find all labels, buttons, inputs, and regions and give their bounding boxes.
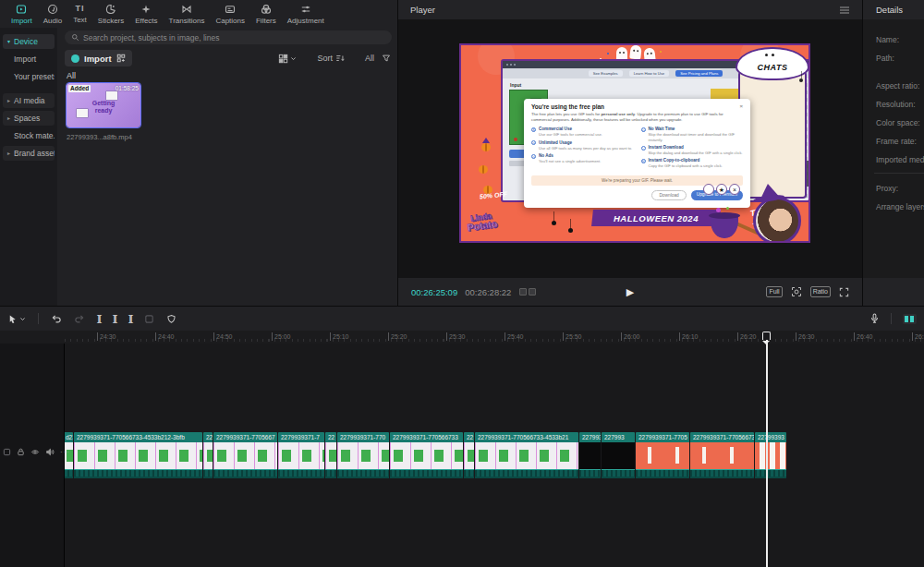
star-decoration (660, 51, 662, 53)
sidebar-item-import[interactable]: Import (3, 52, 55, 66)
tab-audio[interactable]: Audio (38, 0, 67, 28)
top-tabbar: ImportAudioTITextStickersEffectsTransiti… (0, 0, 397, 28)
timeline-clip[interactable]: 22 (203, 432, 213, 478)
feature-icon: $ (531, 127, 536, 132)
timeline-clip[interactable]: 2279939371-770566733-4533b212-3bfb (74, 432, 202, 478)
sidebar-item-spaces[interactable]: ▸Spaces (3, 111, 55, 126)
reaction-icon[interactable] (703, 184, 714, 195)
play-button[interactable]: ▶ (626, 286, 634, 298)
halloween-banner: HALLOWEEN 2024 (591, 210, 721, 226)
split-button[interactable]: ][ (113, 314, 116, 323)
sort-button[interactable]: Sort (317, 54, 345, 63)
shield-button[interactable] (166, 314, 176, 324)
delete-button[interactable] (144, 314, 154, 324)
feature-item: ◷No Wait TimeSkip the download wait time… (641, 127, 744, 142)
clip-audio-waveform (337, 469, 389, 478)
player-controls: 00:26:25:09 00:26:28:22 ▶ Full Ratio (398, 278, 862, 306)
pumpkin-decoration (479, 165, 488, 174)
tab-label: Text (73, 16, 87, 24)
eye-icon[interactable] (30, 448, 40, 456)
ratio-button[interactable]: Ratio (810, 286, 831, 297)
player-panel: Player See ExamplesLearn How to UseSee P… (398, 0, 862, 306)
chevron-down-icon (290, 55, 297, 62)
select-tool-button[interactable] (7, 314, 26, 324)
auto-cut-toggle-icon[interactable] (903, 314, 917, 324)
details-field-label: Arrange layers (876, 202, 924, 211)
grid-view-button[interactable] (278, 54, 297, 64)
track-toggle-icon[interactable] (3, 448, 11, 456)
player-menu-icon[interactable] (839, 6, 850, 15)
split-left-button[interactable]: ][ (97, 314, 101, 323)
lock-icon[interactable] (17, 448, 25, 456)
details-field-label: Color space: (876, 118, 920, 127)
tab-transitions[interactable]: Transitions (164, 0, 211, 28)
clip-thumbnail (203, 442, 213, 469)
timeline-clip[interactable]: 2279939371-770 (337, 432, 389, 478)
media-item-thumbnail[interactable]: Getting ready Added 01:58:25 (67, 83, 140, 127)
timeline-clip[interactable]: 2279939371-7705667 (213, 432, 277, 478)
timeline-clip[interactable]: 2279939371-770566733-4533b21 (475, 432, 578, 478)
clip-audio-waveform (325, 469, 336, 478)
mute-speaker-icon[interactable] (45, 448, 55, 456)
sidebar-item-your-presets[interactable]: Your presets (3, 69, 55, 84)
browser-tab[interactable]: See Pricing and Plans (675, 70, 723, 77)
details-field-label: Imported med (876, 155, 924, 164)
search-input[interactable] (83, 33, 385, 42)
clip-thumbnail (337, 442, 389, 469)
playhead-marker[interactable] (762, 332, 771, 340)
voiceover-mic-button[interactable] (869, 313, 880, 324)
tab-filters[interactable]: Filters (250, 0, 282, 28)
sidebar-item-ai-media[interactable]: ▸AI media (3, 93, 55, 108)
more-options-icon[interactable]: ··· (60, 448, 70, 456)
reaction-icon[interactable]: × (729, 184, 740, 195)
timeline-clip[interactable]: 22 (325, 432, 336, 478)
redo-button[interactable] (74, 313, 85, 324)
zoom-select-icon[interactable] (791, 286, 802, 297)
timeline-clip[interactable]: 2279939371-770566733 (390, 432, 463, 478)
clip-thumbnail (278, 442, 324, 469)
frame-view-icon[interactable] (519, 288, 536, 296)
split-right-button[interactable]: ][ (128, 314, 132, 323)
download-button[interactable]: Download (651, 190, 686, 200)
browser-tab[interactable]: See Examples (589, 70, 623, 77)
timeline-clip[interactable]: 227993 (579, 432, 601, 478)
filter-funnel-icon[interactable] (382, 54, 391, 63)
timeline-clip[interactable]: 2279939371-77056673 (690, 432, 754, 478)
tab-adjustment[interactable]: Adjustment (282, 0, 330, 28)
modal-close-icon[interactable]: × (739, 103, 743, 110)
clip-audio-waveform (74, 469, 202, 478)
search-bar[interactable] (65, 30, 392, 44)
sidebar-item-stock-mate[interactable]: Stock mate... (3, 128, 55, 143)
tab-stickers[interactable]: Stickers (92, 0, 129, 28)
expand-arrow-icon: ▸ (7, 111, 14, 126)
sidebar-item-brand-assets[interactable]: ▸Brand assets (3, 146, 55, 161)
timeline-ruler[interactable]: 24:3024:4024:5025:0025:1025:2025:3025:40… (0, 331, 924, 344)
full-button[interactable]: Full (766, 286, 782, 297)
timeline-clip[interactable]: 2279939371-7 (278, 432, 324, 478)
timeline-clip[interactable]: 2279939371-7705 (636, 432, 689, 478)
clip-audio-waveform (475, 469, 578, 478)
sidebar-item-device[interactable]: ▾Device (3, 34, 55, 49)
import-button[interactable]: Import (65, 50, 132, 66)
all-filter-button[interactable]: All (365, 54, 374, 63)
timeline-clip[interactable]: 22799393 (755, 432, 786, 478)
star-decoration (607, 53, 609, 54)
sort-icon (335, 54, 345, 63)
tab-captions[interactable]: Captions (210, 0, 250, 28)
fullscreen-icon[interactable] (839, 287, 849, 297)
tab-text[interactable]: TIText (67, 0, 92, 28)
timeline-clip[interactable]: 22 (464, 432, 474, 478)
modal-features: $Commercial UseUse our GIF tools for com… (524, 123, 750, 173)
tab-import[interactable]: Import (6, 0, 38, 28)
thumb-caption: Getting ready (67, 100, 140, 115)
clip-label: 2279939371-770 (337, 432, 389, 442)
clip-thumbnail (325, 442, 336, 469)
feature-icon: ▭ (531, 154, 536, 159)
undo-button[interactable] (51, 313, 62, 324)
timeline-clip[interactable]: 227993 (602, 432, 635, 478)
tab-effects[interactable]: Effects (129, 0, 163, 28)
reaction-icon[interactable]: ★ (716, 184, 727, 195)
browser-tab[interactable]: Learn How to Use (629, 70, 670, 77)
pumpkin-decoration (481, 143, 491, 151)
qr-grid-icon[interactable] (116, 54, 126, 63)
